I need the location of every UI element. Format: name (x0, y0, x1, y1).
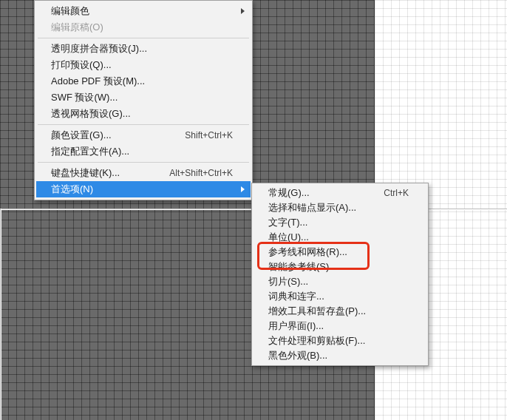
mi-smart-guides[interactable]: 智能参考线(S)... (254, 260, 426, 274)
submenu-arrow-icon (241, 8, 245, 14)
mi-type[interactable]: 文字(T)... (254, 215, 426, 230)
mi-plugins-scratch[interactable]: 增效工具和暂存盘(P)... (254, 304, 426, 319)
mi-user-interface[interactable]: 用户界面(I)... (254, 319, 426, 333)
mi-edit-colors[interactable]: 编辑颜色 (36, 3, 251, 19)
mi-appearance-of-black[interactable]: 黑色外观(B)... (254, 348, 426, 363)
mi-color-settings[interactable]: 颜色设置(G)... Shift+Ctrl+K (36, 127, 251, 143)
preferences-submenu[interactable]: 常规(G)... Ctrl+K 选择和锚点显示(A)... 文字(T)... 单… (251, 183, 429, 366)
mi-guides-and-grid[interactable]: 参考线和网格(R)... (254, 245, 426, 260)
mi-selection-anchor-display[interactable]: 选择和锚点显示(A)... (254, 200, 426, 215)
submenu-arrow-icon (241, 186, 245, 192)
mi-file-handling-clipboard[interactable]: 文件处理和剪贴板(F)... (254, 333, 426, 348)
menu-separator (38, 124, 249, 125)
ruler-vertical (0, 209, 1, 420)
mi-edit-original: 编辑原稿(O) (36, 19, 251, 35)
mi-slices[interactable]: 切片(S)... (254, 274, 426, 289)
mi-swf-presets[interactable]: SWF 预设(W)... (36, 89, 251, 106)
mi-adobe-pdf-presets[interactable]: Adobe PDF 预设(M)... (36, 73, 251, 89)
mi-keyboard-shortcuts[interactable]: 键盘快捷键(K)... Alt+Shift+Ctrl+K (36, 165, 251, 181)
mi-hyphenation[interactable]: 词典和连字... (254, 289, 426, 304)
mi-transparency-flattener-presets[interactable]: 透明度拼合器预设(J)... (36, 41, 251, 57)
mi-preferences[interactable]: 首选项(N) (36, 181, 251, 197)
mi-assign-profile[interactable]: 指定配置文件(A)... (36, 143, 251, 160)
menu-separator (38, 38, 249, 38)
mi-units[interactable]: 单位(U)... (254, 230, 426, 245)
mi-print-presets[interactable]: 打印预设(Q)... (36, 57, 251, 73)
mi-general[interactable]: 常规(G)... Ctrl+K (254, 186, 426, 200)
edit-menu[interactable]: 编辑颜色 编辑原稿(O) 透明度拼合器预设(J)... 打印预设(Q)... A… (34, 0, 253, 200)
menu-separator (38, 162, 249, 163)
mi-perspective-grid-presets[interactable]: 透视网格预设(G)... (36, 106, 251, 122)
